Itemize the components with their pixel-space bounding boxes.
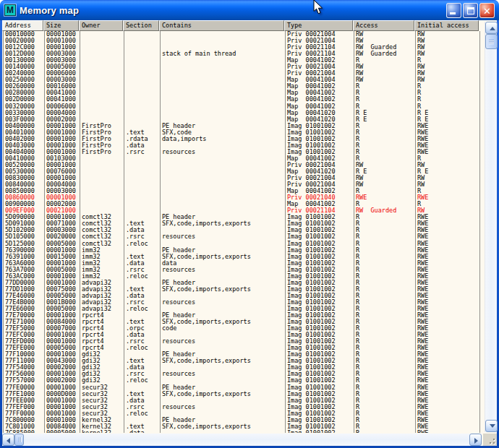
- minimize-button[interactable]: [446, 3, 461, 18]
- table-row[interactable]: 77FEE00000001000secur32.dataImag 0100100…: [4, 397, 483, 404]
- cell-type: Imag 01001002: [286, 267, 354, 273]
- table-row[interactable]: 7C88500000005000kernel32.dataImag 010010…: [4, 430, 483, 433]
- cell-section: .data: [124, 332, 161, 338]
- resize-grip[interactable]: [483, 434, 497, 446]
- cell-contains: PE header: [161, 384, 286, 391]
- cell-address: 77FE1000: [4, 391, 45, 397]
- col-header-owner[interactable]: Owner: [79, 20, 123, 31]
- cell-initial: RW: [416, 70, 480, 77]
- cell-owner: imm32: [80, 254, 124, 260]
- table-row[interactable]: 77FEF00000001000secur32.rsrcresourcesIma…: [4, 404, 483, 410]
- table-row[interactable]: 7639100000015000imm32.textSFX,code,impor…: [4, 254, 483, 260]
- col-header-section[interactable]: Section: [123, 20, 159, 31]
- table-row[interactable]: 0012D00000003000stack of main threadPriv…: [4, 51, 483, 57]
- vertical-scroll-thumb[interactable]: [485, 34, 498, 49]
- table-row[interactable]: 002D000000041000Map 00041002RR: [4, 96, 483, 103]
- table-row[interactable]: 77FF000000001000secur32.relocImag 010010…: [4, 410, 483, 417]
- table-row[interactable]: 003F000000002000Map 00041020R ER E: [4, 116, 483, 123]
- table-row[interactable]: 77F1000000001000gdi32PE headerImag 01001…: [4, 351, 483, 358]
- table-row[interactable]: 7C80100000084000kernel32.textSFX,code,im…: [4, 423, 483, 430]
- table-row[interactable]: 5D10500000020000comctl32.rsrcresourcesIm…: [4, 233, 483, 240]
- col-header-contains[interactable]: Contains: [159, 20, 284, 31]
- col-header-type[interactable]: Type: [284, 20, 353, 31]
- cell-initial: RWE: [416, 423, 480, 430]
- table-row[interactable]: 7C80000000001000kernel32PE headerImag 01…: [4, 417, 483, 423]
- horizontal-scrollbar[interactable]: [2, 434, 482, 446]
- close-button[interactable]: ✕: [479, 3, 495, 18]
- table-row[interactable]: 0002000000001000Priv 00021004RWRW: [4, 38, 483, 44]
- cell-initial: R: [416, 188, 480, 194]
- table-row[interactable]: 009EF00000021000Priv 00021104RW GuardedR…: [4, 207, 483, 214]
- table-row[interactable]: 0085000000003000Map 00041002RR: [4, 188, 483, 194]
- col-header-address[interactable]: Address: [2, 20, 43, 31]
- table-row[interactable]: 5D10200000003000comctl32.dataImag 010010…: [4, 227, 483, 233]
- scroll-right-button[interactable]: [469, 434, 482, 446]
- table-row[interactable]: 0012C00000001000Priv 00021104RW GuardedR…: [4, 44, 483, 51]
- table-row[interactable]: 77E7000000001000rpcrt4PE headerImag 0100…: [4, 312, 483, 319]
- table-row[interactable]: 77F5400000002000gdi32.dataImag 01001002R…: [4, 364, 483, 371]
- table-row[interactable]: 77E4600000005000advapi32.dataImag 010010…: [4, 293, 483, 299]
- table-row[interactable]: 763A700000005000imm32.rsrcresourcesImag …: [4, 267, 483, 273]
- table-row[interactable]: 0040200000001000FirstPro.rdatadata,impor…: [4, 136, 483, 142]
- cell-contains: [161, 175, 286, 181]
- table-row[interactable]: 0025000000003000Map 00041004RWRW: [4, 77, 483, 83]
- cell-type: Imag 01001002: [286, 299, 354, 306]
- table-row[interactable]: 77DD100000075000advapi32.textSFX,code,im…: [4, 286, 483, 293]
- col-header-access[interactable]: Access: [353, 20, 414, 31]
- table-row[interactable]: 77F5600000001000gdi32.rsrcresourcesImag …: [4, 371, 483, 377]
- table-row[interactable]: 0086000000001000Priv 00021040RWERWE: [4, 194, 483, 201]
- table-row[interactable]: 77F5700000002000gdi32.relocImag 01001002…: [4, 377, 483, 384]
- table-row[interactable]: 7639000000001000imm32PE headerImag 01001…: [4, 247, 483, 254]
- table-row[interactable]: 0053000000076000Map 00041020R ER E: [4, 168, 483, 175]
- table-row[interactable]: 0090000000002000Map 00041002RR: [4, 201, 483, 207]
- cell-initial: R: [416, 90, 480, 96]
- scroll-left-button[interactable]: [2, 434, 14, 446]
- table-row[interactable]: 5D09100000071000comctl32.textSFX,code,im…: [4, 220, 483, 227]
- titlebar[interactable]: M Memory map ✕: [0, 0, 499, 20]
- table-row[interactable]: 5D09000000001000comctl32PE headerImag 01…: [4, 214, 483, 220]
- table-row[interactable]: 0001000000001000Priv 00021004RWRW: [4, 31, 483, 38]
- table-row[interactable]: 77F1100000043000gdi32.textSFX,code,impor…: [4, 358, 483, 364]
- table-row[interactable]: 77DD000000001000advapi32PE headerImag 01…: [4, 280, 483, 286]
- col-header-initial-access[interactable]: Initial access: [414, 20, 479, 31]
- table-row[interactable]: 0028000000041000Map 00041002RR: [4, 90, 483, 96]
- table-row[interactable]: 0013000000003000Map 00041002RR: [4, 57, 483, 64]
- cell-initial: R: [416, 103, 480, 110]
- table-row[interactable]: 0024000000006000Priv 00021004RWRW: [4, 70, 483, 77]
- table-row[interactable]: 77FE10000000D000secur32.textSFX,code,imp…: [4, 391, 483, 397]
- table-row[interactable]: 77EF500000007000rpcrt4.orpccodeImag 0100…: [4, 325, 483, 332]
- table-row[interactable]: 0014000000005000Priv 00021004RWRW: [4, 64, 483, 70]
- table-row[interactable]: 0026000000016000Map 00041002RR: [4, 83, 483, 90]
- table-row[interactable]: 77E4B0000001B000advapi32.rsrcresourcesIm…: [4, 299, 483, 306]
- table-row[interactable]: 0040400000001000FirstPro.rsrcresourcesIm…: [4, 149, 483, 155]
- table-row[interactable]: 77E6600000005000advapi32.relocImag 01001…: [4, 306, 483, 312]
- table-row[interactable]: 0083000000001000Priv 00021004RWRW: [4, 175, 483, 181]
- cell-size: 00006000: [45, 103, 80, 110]
- table-row[interactable]: 0033000000004000Map 00041020R ER E: [4, 110, 483, 116]
- table-row[interactable]: 0040100000001000FirstPro.textSFX,codeIma…: [4, 129, 483, 136]
- table-row[interactable]: 763AC00000001000imm32.relocImag 01001002…: [4, 273, 483, 280]
- cell-contains: [161, 96, 286, 103]
- table-row[interactable]: 77EFC00000001000rpcrt4.dataImag 01001002…: [4, 332, 483, 338]
- maximize-button[interactable]: [463, 3, 478, 18]
- table-row[interactable]: 77FE000000001000secur32PE headerImag 010…: [4, 384, 483, 391]
- table-row[interactable]: 0032000000006000Map 00041002RR: [4, 103, 483, 110]
- cell-initial: RWE: [416, 129, 480, 136]
- cell-access: R: [354, 391, 416, 397]
- table-row[interactable]: 77E7100000084000rpcrt4.textSFX,code,impo…: [4, 319, 483, 325]
- cell-access: RW: [354, 181, 416, 188]
- table-row[interactable]: 77EFE00000005000rpcrt4.relocImag 0100100…: [4, 345, 483, 351]
- horizontal-scroll-thumb[interactable]: [14, 434, 24, 446]
- table-row[interactable]: 0040000000001000FirstProPE headerImag 01…: [4, 123, 483, 129]
- table-row[interactable]: 0084000000004000Priv 00021004RWRW: [4, 181, 483, 188]
- col-header-size[interactable]: Size: [43, 20, 79, 31]
- scroll-up-button[interactable]: [485, 22, 498, 34]
- table-row[interactable]: 77EFD00000001000rpcrt4.rsrcresourcesImag…: [4, 338, 483, 345]
- table-row[interactable]: 5D12500000005000comctl32.relocImag 01001…: [4, 241, 483, 247]
- table-row[interactable]: 763A600000001000imm32.datadataImag 01001…: [4, 260, 483, 267]
- table-row[interactable]: 0041000000103000Map 00041002RR: [4, 155, 483, 162]
- table-row[interactable]: 0052000000001000Priv 00021004RWRW: [4, 162, 483, 168]
- vertical-scrollbar[interactable]: [485, 22, 497, 432]
- scroll-down-button[interactable]: [485, 420, 498, 432]
- table-row[interactable]: 0040300000001000FirstPro.dataImag 010010…: [4, 142, 483, 149]
